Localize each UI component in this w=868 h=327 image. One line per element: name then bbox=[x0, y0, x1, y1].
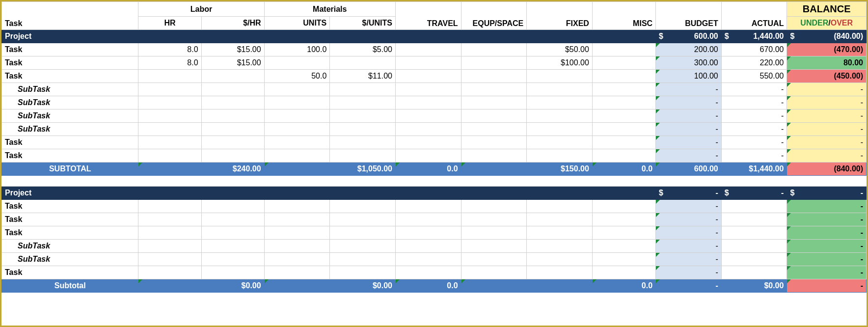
col-misc: MISC bbox=[592, 2, 655, 30]
table-row[interactable]: SubTask - - - bbox=[2, 96, 867, 109]
col-task: Task bbox=[2, 2, 138, 30]
table-row[interactable]: Task - - bbox=[2, 226, 867, 240]
table-row[interactable]: Task 50.0 $11.00 100.00 550.00 (450.00) bbox=[2, 70, 867, 83]
budget-spreadsheet[interactable]: Task Labor Materials TRAVEL EQUP/SPACE F… bbox=[1, 1, 867, 293]
col-balance-sub: UNDER/OVER bbox=[787, 17, 867, 30]
project-row[interactable]: Project $- $- $- bbox=[2, 187, 867, 200]
table-row[interactable]: SubTask - - - bbox=[2, 123, 867, 136]
col-materials-group: Materials bbox=[264, 2, 395, 17]
table-row[interactable]: Task - - - bbox=[2, 136, 867, 149]
blank-row bbox=[2, 176, 867, 187]
subtotal-row: SUBTOTAL $240.00 $1,050.00 0.0 $150.00 0… bbox=[2, 163, 867, 176]
project-title: Project bbox=[2, 30, 656, 43]
table-row[interactable]: Task - - bbox=[2, 266, 867, 279]
table-row[interactable]: Task - - - bbox=[2, 149, 867, 163]
col-materials-rate: $/UNITS bbox=[330, 17, 396, 30]
table-row[interactable]: SubTask - - - bbox=[2, 83, 867, 96]
project-balance: $(840.00) bbox=[787, 30, 867, 43]
col-labor-rate: $/HR bbox=[201, 17, 264, 30]
col-balance: BALANCE bbox=[787, 2, 867, 17]
table-row[interactable]: Task 8.0 $15.00 100.0 $5.00 $50.00 200.0… bbox=[2, 43, 867, 56]
col-travel: TRAVEL bbox=[395, 2, 461, 30]
table-row[interactable]: Task 8.0 $15.00 $100.00 300.00 220.00 80… bbox=[2, 56, 867, 70]
project-budget: $600.00 bbox=[656, 30, 722, 43]
table-row[interactable]: SubTask - - - bbox=[2, 109, 867, 123]
col-materials-units: UNITS bbox=[264, 17, 330, 30]
col-actual: ACTUAL bbox=[721, 2, 787, 30]
col-labor-group: Labor bbox=[138, 2, 264, 17]
table-row[interactable]: Task - - bbox=[2, 213, 867, 226]
table-row[interactable]: Task - - bbox=[2, 200, 867, 213]
header-row-1: Task Labor Materials TRAVEL EQUP/SPACE F… bbox=[2, 2, 867, 17]
col-fixed: FIXED bbox=[527, 2, 593, 30]
project-actual: $1,440.00 bbox=[721, 30, 787, 43]
table-row[interactable]: SubTask - - bbox=[2, 240, 867, 253]
table-row[interactable]: SubTask - - bbox=[2, 253, 867, 266]
col-labor-hr: HR bbox=[138, 17, 201, 30]
project-row[interactable]: Project $600.00 $1,440.00 $(840.00) bbox=[2, 30, 867, 43]
col-budget: BUDGET bbox=[656, 2, 722, 30]
col-equp: EQUP/SPACE bbox=[461, 2, 527, 30]
subtotal-row: Subtotal $0.00 $0.00 0.0 0.0 - $0.00 - bbox=[2, 279, 867, 293]
